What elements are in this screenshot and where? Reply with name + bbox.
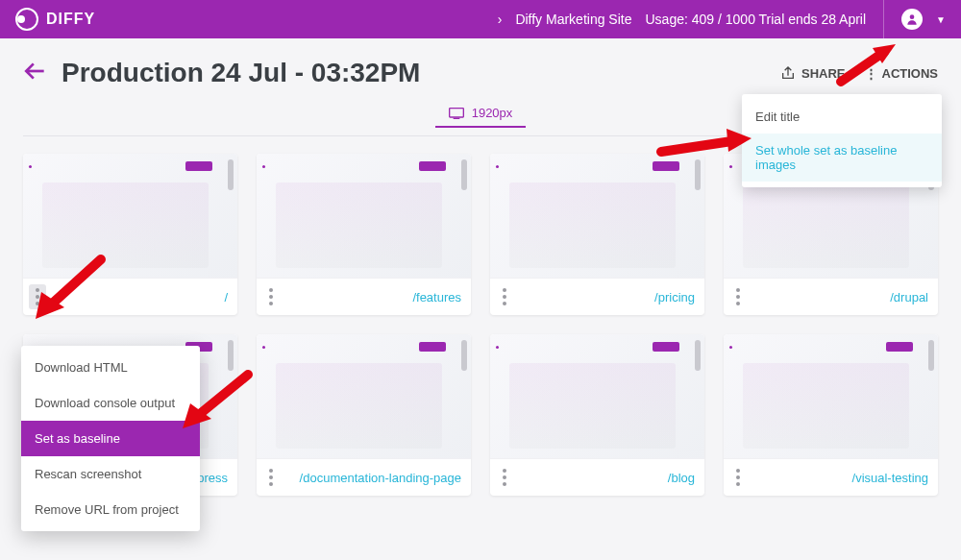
card-url[interactable]: /features (412, 290, 461, 304)
breakpoint-tab-1920[interactable]: 1920px (435, 100, 527, 128)
svg-rect-2 (449, 108, 463, 116)
menu-download-html[interactable]: Download HTML (21, 350, 200, 385)
caret-down-icon[interactable]: ▼ (936, 14, 946, 25)
share-button[interactable]: SHARE (780, 65, 846, 81)
card-url[interactable]: /visual-testing (852, 471, 928, 485)
screenshot-card: /features (257, 154, 471, 315)
card-url[interactable]: /drupal (890, 290, 928, 304)
share-icon (780, 65, 796, 81)
card-menu-button[interactable] (729, 465, 747, 490)
card-menu-button[interactable] (496, 284, 513, 309)
user-menu[interactable] (901, 9, 923, 30)
card-menu-button[interactable] (729, 284, 747, 309)
card-url[interactable]: /pricing (654, 290, 695, 304)
topbar: DIFFY › Diffy Marketing Site Usage: 409 … (0, 0, 961, 38)
menu-download-console[interactable]: Download console output (21, 385, 200, 421)
screenshot-thumb[interactable] (23, 154, 237, 278)
menu-rescan[interactable]: Rescan screenshot (21, 456, 200, 492)
screenshot-card: /blog (490, 334, 704, 496)
breakpoint-label: 1920px (472, 106, 513, 120)
menu-remove-url[interactable]: Remove URL from project (21, 492, 200, 527)
screenshot-card: /pricing (490, 154, 704, 315)
topbar-right: › Diffy Marketing Site Usage: 409 / 1000… (498, 0, 946, 38)
card-context-menu: Download HTML Download console output Se… (21, 346, 200, 531)
screenshot-thumb[interactable] (257, 334, 471, 458)
svg-point-0 (910, 14, 915, 19)
card-url[interactable]: /documentation-landing-page (300, 471, 461, 485)
screenshot-thumb[interactable] (724, 334, 938, 458)
separator (883, 0, 884, 38)
page-title: Production 24 Jul - 03:32PM (62, 58, 420, 88)
card-menu-button[interactable] (29, 284, 46, 309)
screenshot-card: /visual-testing (724, 334, 938, 496)
screenshot-thumb[interactable] (490, 334, 704, 458)
menu-set-as-baseline[interactable]: Set as baseline (21, 421, 200, 456)
card-menu-button[interactable] (262, 465, 280, 490)
screenshot-card: / (23, 154, 237, 315)
usage-text: Usage: 409 / 1000 Trial ends 28 April (646, 12, 867, 27)
card-url[interactable]: /blog (668, 471, 695, 485)
brand-name: DIFFY (46, 11, 95, 28)
card-url[interactable]: / (224, 290, 228, 304)
actions-dropdown: Edit title Set whole set as baseline ima… (742, 94, 942, 187)
share-label: SHARE (801, 66, 846, 81)
logo-icon (15, 8, 38, 31)
project-name[interactable]: Diffy Marketing Site (515, 12, 631, 27)
desktop-icon (449, 108, 464, 119)
actions-label: ACTIONS (882, 66, 939, 81)
page-header: Production 24 Jul - 03:32PM SHARE ⋮ ACTI… (0, 38, 961, 96)
screenshot-card: /documentation-landing-page (257, 334, 471, 496)
user-icon (905, 12, 919, 26)
dots-icon: ⋮ (865, 66, 876, 81)
screenshot-thumb[interactable] (257, 154, 471, 278)
menu-edit-title[interactable]: Edit title (742, 100, 942, 134)
card-menu-button[interactable] (496, 465, 513, 490)
card-menu-button[interactable] (262, 284, 280, 309)
actions-button[interactable]: ⋮ ACTIONS (865, 66, 939, 81)
chevron-right-icon[interactable]: › (498, 12, 503, 27)
screenshot-thumb[interactable] (490, 154, 704, 278)
menu-set-whole-baseline[interactable]: Set whole set as baseline images (742, 134, 942, 182)
brand-area[interactable]: DIFFY (15, 8, 95, 31)
back-button[interactable] (23, 59, 48, 87)
